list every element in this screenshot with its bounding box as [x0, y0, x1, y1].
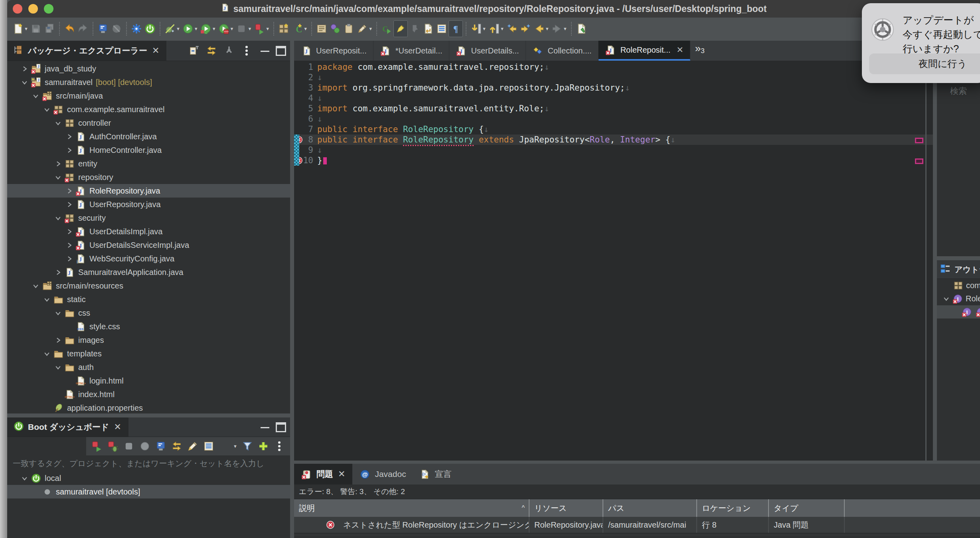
restart-button[interactable]: [90, 438, 104, 454]
save-all-button[interactable]: [43, 21, 56, 37]
tree-row[interactable]: auth: [7, 360, 290, 374]
minimize-view-icon[interactable]: [261, 427, 269, 431]
new-text-file-button[interactable]: [575, 21, 588, 37]
remove-launch-button[interactable]: [110, 21, 123, 37]
close-window-button[interactable]: [13, 4, 22, 14]
coverage-button[interactable]: C: [380, 21, 393, 37]
back-button[interactable]: [532, 21, 546, 37]
chevron-right-icon[interactable]: [53, 160, 63, 168]
tree-row[interactable]: JRoleRepository.java: [7, 184, 290, 198]
chevron-down-icon[interactable]: [30, 92, 41, 100]
chevron-down-icon[interactable]: [53, 119, 63, 127]
editor-tab[interactable]: JRoleReposit...✕: [599, 41, 690, 61]
collapse-all-button[interactable]: [188, 43, 200, 59]
tree-row[interactable]: entity: [7, 157, 290, 170]
chevron-down-icon[interactable]: [53, 173, 63, 181]
tree-row[interactable]: css: [7, 306, 290, 320]
maximize-view-icon[interactable]: [276, 46, 286, 56]
close-view-icon[interactable]: ✕: [113, 422, 122, 432]
code-line[interactable]: 6↓: [294, 114, 933, 124]
chevron-down-icon[interactable]: [53, 363, 63, 371]
maximize-view-icon[interactable]: [276, 422, 286, 432]
editor-tab[interactable]: JUserDetails...: [449, 41, 526, 61]
redo-button[interactable]: [76, 21, 90, 37]
code-editor[interactable]: 1package com.example.samuraitravel.repos…: [294, 61, 933, 461]
code-line[interactable]: 5import com.example.samuraitravel.entity…: [294, 103, 933, 114]
forward-button[interactable]: [550, 21, 564, 37]
stop-square-button[interactable]: [122, 438, 136, 454]
tree-row[interactable]: Jjava_db_study: [7, 62, 290, 75]
code-line[interactable]: 9↓: [294, 145, 933, 155]
close-tab-icon[interactable]: ✕: [337, 469, 346, 479]
tree-row[interactable]: JSamuraitravelApplication.java: [7, 265, 290, 279]
chevron-down-icon[interactable]: [19, 474, 30, 482]
next-edit-button[interactable]: [421, 21, 435, 37]
stop-circle-button[interactable]: [138, 438, 152, 454]
link-editor-button[interactable]: [205, 43, 217, 59]
editor-tab[interactable]: Collection....: [526, 41, 599, 61]
tree-row[interactable]: JUserDetailsImpl.java: [7, 225, 290, 238]
undo-button[interactable]: [63, 21, 76, 37]
minimize-view-icon[interactable]: [261, 51, 269, 54]
package-explorer-tab[interactable]: パッケージ・エクスプローラー ✕: [7, 41, 166, 61]
outline-header[interactable]: アウトライン: [937, 260, 980, 279]
tree-row[interactable]: src/main/resources: [7, 279, 290, 293]
new-java-project-button[interactable]: [277, 21, 290, 37]
boot-tree-row[interactable]: local: [7, 471, 290, 485]
problem-row[interactable]: ネストされた型 RoleRepository はエンクロージングRoleRepo…: [294, 517, 980, 534]
redebug-button[interactable]: [106, 438, 120, 454]
boot-power-button[interactable]: [143, 21, 157, 37]
dots-v-button[interactable]: [241, 43, 253, 59]
details-view-button[interactable]: [202, 438, 215, 454]
new-wizard-button[interactable]: [11, 21, 25, 37]
chevron-down-icon[interactable]: [941, 295, 952, 303]
code-line[interactable]: 7public interface RoleRepository {↓: [294, 124, 933, 134]
hidden-tabs-chevron[interactable]: »3: [690, 41, 709, 61]
column-header[interactable]: パス: [603, 499, 696, 517]
chevron-right-icon[interactable]: [64, 146, 75, 154]
problems-tab[interactable]: @Javadoc: [352, 464, 412, 485]
stop-button[interactable]: [235, 21, 248, 37]
code-line[interactable]: 3import org.springframework.data.jpa.rep…: [294, 83, 933, 93]
editor-scrollbar[interactable]: [925, 61, 927, 461]
tree-row[interactable]: <HTML>index.html: [7, 388, 290, 401]
problems-tab[interactable]: {=宣言: [413, 464, 458, 485]
tree-row[interactable]: cssstyle.css: [7, 320, 290, 333]
clipboard-button[interactable]: [342, 21, 356, 37]
chevron-right-icon[interactable]: [19, 65, 30, 73]
tree-row[interactable]: application.properties: [7, 401, 290, 413]
do-tonight-button[interactable]: 夜間に行う: [869, 53, 980, 74]
tree-row[interactable]: security: [7, 211, 290, 225]
highlighter-button[interactable]: [393, 20, 408, 37]
tree-row[interactable]: JMsamuraitravel[boot] [devtools]: [7, 75, 290, 89]
code-line[interactable]: 2↓: [294, 72, 933, 83]
chevron-down-icon[interactable]: [53, 214, 63, 222]
code-line[interactable]: 4↓: [294, 93, 933, 103]
save-button[interactable]: [29, 21, 43, 37]
tree-row[interactable]: <HTML>login.html: [7, 374, 290, 388]
tree-row[interactable]: JHomeController.java: [7, 143, 290, 157]
debug-button[interactable]: [199, 21, 213, 37]
tree-row[interactable]: JUserDetailsServiceImpl.java: [7, 238, 290, 252]
details-view-button[interactable]: [435, 21, 449, 37]
occurrence-marker[interactable]: [915, 138, 923, 143]
close-view-icon[interactable]: ✕: [151, 45, 160, 56]
tree-row[interactable]: JAuthController.java: [7, 130, 290, 143]
next-annotation-button[interactable]: [469, 21, 483, 37]
lightbulb-dd-button[interactable]: [218, 438, 231, 454]
tree-row[interactable]: JiWebSecurityConfig.java: [7, 252, 290, 265]
debug-gear-button[interactable]: [130, 21, 143, 37]
pencil-button[interactable]: [186, 438, 200, 454]
zoom-window-button[interactable]: [44, 4, 53, 14]
boot-filter-input[interactable]: 一致するタグ、プロジェクト、またはワーキング・セット名を入力し: [7, 455, 290, 471]
link-editor-button[interactable]: [170, 438, 184, 454]
dots-v-button[interactable]: [273, 438, 286, 454]
chevron-right-icon[interactable]: [53, 336, 63, 344]
chevron-down-icon[interactable]: [19, 78, 30, 86]
boot-tree-row[interactable]: samuraitravel [devtools]: [7, 485, 290, 498]
minimize-window-button[interactable]: [28, 4, 38, 14]
open-type-button[interactable]: [315, 21, 328, 37]
outline-row[interactable]: IRoleRepository: [937, 292, 980, 305]
tree-row[interactable]: src/main/java: [7, 89, 290, 103]
prev-annotation-button[interactable]: [487, 21, 501, 37]
